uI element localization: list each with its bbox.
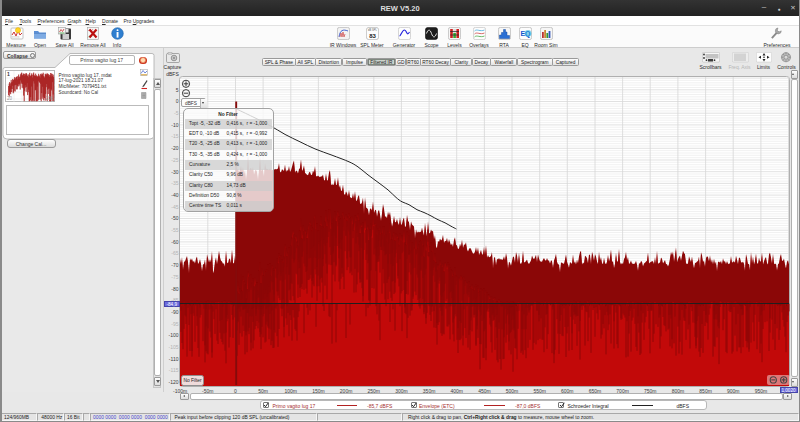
svg-text:83: 83 <box>369 33 376 39</box>
svg-text:dB SPL: dB SPL <box>368 28 377 32</box>
